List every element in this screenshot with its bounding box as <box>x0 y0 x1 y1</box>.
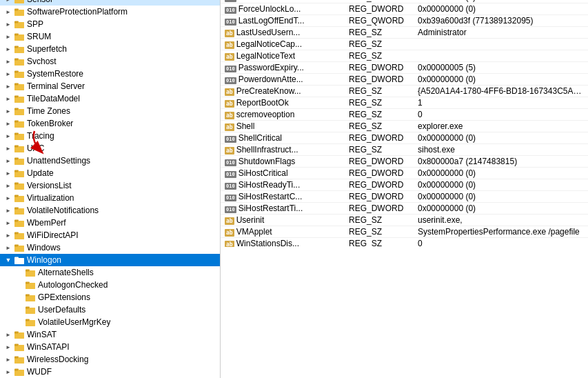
tree-item-svchost[interactable]: ► Svchost <box>0 55 220 68</box>
folder-icon <box>14 7 25 17</box>
folder-icon <box>14 230 25 240</box>
tree-item-label: WirelessDocking <box>27 355 88 364</box>
reg-value-name: abReportBootOk <box>221 97 345 109</box>
tree-item-unattendsettings[interactable]: ► UnattendSettings <box>0 155 220 167</box>
expand-icon[interactable]: ► <box>3 195 14 201</box>
expand-icon[interactable]: ► <box>3 357 14 363</box>
expand-icon[interactable]: ► <box>3 0 14 3</box>
table-row[interactable]: 010PowerdownAtte...REG_DWORD0x00000000 (… <box>221 74 588 86</box>
expand-icon[interactable]: ► <box>3 170 14 177</box>
table-row[interactable]: 010PasswordExpiry...REG_DWORD0x00000005 … <box>221 62 588 74</box>
svg-rect-99 <box>14 170 18 172</box>
expand-icon[interactable]: ► <box>3 21 14 28</box>
tree-item-windows[interactable]: ► Windows <box>0 241 220 254</box>
table-row[interactable]: abWinStationsDis...REG_SZ0 <box>221 238 588 248</box>
table-row[interactable]: abShellREG_SZexplorer.exe <box>221 121 588 132</box>
svg-rect-107 <box>14 195 18 197</box>
tree-item-tracing[interactable]: ► Tracing <box>0 130 220 142</box>
tree-item-versionslist[interactable]: ► VersionsList <box>0 179 220 192</box>
expand-icon[interactable]: ► <box>3 133 14 139</box>
reg-value-data: {A520A1A4-1780-4FF6-BD18-167343C5AF16} <box>414 86 588 97</box>
table-row[interactable]: 010LastLogOffEndT...REG_QWORD0xb39a600d3… <box>221 15 588 27</box>
table-row[interactable]: abUserinitREG_SZuserinit.exe, <box>221 215 588 226</box>
expand-icon[interactable]: ► <box>3 183 14 189</box>
table-row[interactable]: 010SiHostReadyTi...REG_DWORD0x00000000 (… <box>221 179 588 191</box>
table-row[interactable]: 010ShutdownFlagsREG_DWORD0x800000a7 (214… <box>221 156 588 168</box>
registry-values-panel: 名称 类型 数据 ab(默认)(数值未设置)abAutoLogonSIDREG_… <box>221 0 588 247</box>
expand-icon[interactable]: ► <box>3 208 14 214</box>
table-row[interactable]: abVMAppletREG_SZSystemPropertiesPerforma… <box>221 226 588 238</box>
expand-icon[interactable]: ► <box>3 9 14 15</box>
table-row[interactable]: 010ForceUnlockLo...REG_DWORD0x00000000 (… <box>221 3 588 15</box>
tree-item-winlogon[interactable]: ▼ Winlogon <box>0 254 220 266</box>
table-row[interactable]: abscremoveoptionREG_SZ0 <box>221 109 588 121</box>
expand-icon[interactable]: ► <box>3 232 14 239</box>
tree-item-terminalserver[interactable]: ► Terminal Server <box>0 80 220 92</box>
folder-icon <box>14 81 25 91</box>
expand-icon[interactable]: ► <box>3 332 14 338</box>
tree-item-timezones[interactable]: ► Time Zones <box>0 105 220 117</box>
reg-value-name: 010SiHostRestartTi... <box>221 203 345 215</box>
svg-rect-91 <box>14 146 18 148</box>
tree-item-winsat[interactable]: ► WinSAT <box>0 328 220 341</box>
tree-item-userdefaults[interactable]: UserDefaults <box>0 304 220 316</box>
expand-icon[interactable]: ► <box>3 108 14 115</box>
expand-icon[interactable]: ► <box>3 83 14 90</box>
expand-icon[interactable]: ► <box>3 146 14 152</box>
tree-item-wbemperf[interactable]: ► WbemPerf <box>0 217 220 229</box>
svg-rect-103 <box>14 183 18 185</box>
reg-value-type: REG_SZ <box>345 97 414 109</box>
tree-item-winsatapi[interactable]: ► WinSATAPI <box>0 341 220 353</box>
tree-item-wudf[interactable]: ► WUDF <box>0 366 220 378</box>
tree-item-softwareprotectionplatform[interactable]: ► SoftwareProtectionPlatform <box>0 6 220 18</box>
dword-value-icon: 010 <box>225 159 236 166</box>
tree-item-tokenbroker[interactable]: ► TokenBroker <box>0 117 220 130</box>
expand-icon[interactable]: ► <box>3 245 14 251</box>
table-row[interactable]: abLegalNoticeCap...REG_SZ <box>221 39 588 50</box>
tree-item-uac[interactable]: ► UAC <box>0 142 220 155</box>
tree-item-wirelessdocking[interactable]: ► WirelessDocking <box>0 353 220 366</box>
svg-rect-47 <box>14 9 18 11</box>
table-row[interactable]: abPreCreateKnow...REG_SZ{A520A1A4-1780-4… <box>221 86 588 97</box>
table-row[interactable]: abLastUsedUsern...REG_SZAdministrator <box>221 27 588 39</box>
table-row[interactable]: 010SiHostRestartTi...REG_DWORD0x00000000… <box>221 203 588 215</box>
folder-icon <box>14 355 25 364</box>
tree-item-systemrestore[interactable]: ► SystemRestore <box>0 68 220 80</box>
table-row[interactable]: 010SiHostCriticalREG_DWORD0x00000000 (0) <box>221 168 588 179</box>
reg-value-name: abPreCreateKnow... <box>221 86 345 97</box>
collapse-icon[interactable]: ▼ <box>3 257 14 263</box>
tree-item-volatileusermgrkey[interactable]: VolatileUserMgrKey <box>0 316 220 328</box>
tree-item-srum[interactable]: ► SRUM <box>0 30 220 43</box>
expand-icon[interactable]: ► <box>3 344 14 350</box>
tree-item-virtualization[interactable]: ► Virtualization <box>0 192 220 204</box>
expand-icon[interactable]: ► <box>3 96 14 102</box>
tree-item-gpextensions[interactable]: GPExtensions <box>0 291 220 304</box>
expand-icon[interactable]: ► <box>3 34 14 40</box>
tree-item-sensor[interactable]: ► Sensor <box>0 0 220 6</box>
reg-value-data: 0x00000005 (5) <box>414 62 588 74</box>
expand-icon[interactable]: ► <box>3 158 14 164</box>
expand-icon[interactable]: ► <box>3 59 14 65</box>
table-row[interactable]: 010SiHostRestartC...REG_DWORD0x00000000 … <box>221 191 588 203</box>
tree-item-autologonchecked[interactable]: AutologonChecked <box>0 279 220 291</box>
tree-item-label: Winlogon <box>27 255 61 265</box>
tree-item-alternateshells[interactable]: AlternateShells <box>0 266 220 279</box>
table-row[interactable]: abReportBootOkREG_SZ1 <box>221 97 588 109</box>
table-row[interactable]: abShellInfrastruct...REG_SZsihost.exe <box>221 144 588 156</box>
expand-icon[interactable]: ► <box>3 121 14 127</box>
tree-item-spp[interactable]: ► SPP <box>0 18 220 30</box>
tree-item-wifidirectapi[interactable]: ► WiFiDirectAPI <box>0 229 220 241</box>
tree-item-label: AlternateShells <box>38 268 94 277</box>
expand-icon[interactable]: ► <box>3 369 14 375</box>
tree-item-superfetch[interactable]: ► Superfetch <box>0 43 220 55</box>
tree-item-volatilenotifications[interactable]: ► VolatileNotifications <box>0 204 220 217</box>
table-row[interactable]: 010ShellCriticalREG_DWORD0x00000000 (0) <box>221 132 588 144</box>
tree-item-tiledatamodel[interactable]: ► TileDataModel <box>0 92 220 105</box>
folder-icon <box>25 280 36 290</box>
expand-icon[interactable]: ► <box>3 46 14 52</box>
expand-icon[interactable]: ► <box>3 220 14 226</box>
tree-item-update[interactable]: ► Update <box>0 167 220 179</box>
table-row[interactable]: abLegalNoticeTextREG_SZ <box>221 50 588 62</box>
reg-value-name: 010LastLogOffEndT... <box>221 15 345 27</box>
expand-icon[interactable]: ► <box>3 71 14 77</box>
